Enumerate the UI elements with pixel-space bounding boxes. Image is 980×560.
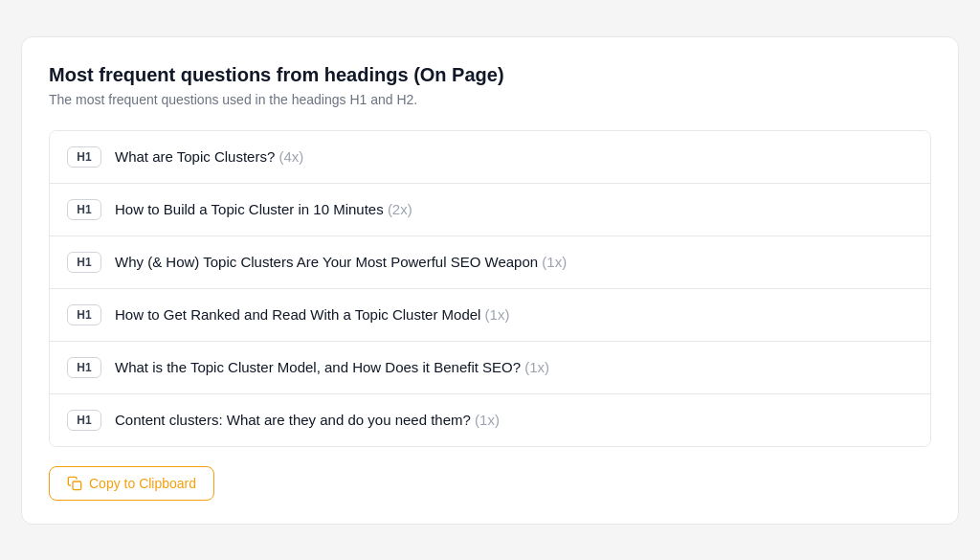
question-count: (4x) xyxy=(278,148,303,165)
svg-rect-0 xyxy=(73,482,81,490)
questions-list: H1What are Topic Clusters? (4x)H1How to … xyxy=(49,130,931,447)
card-title: Most frequent questions from headings (O… xyxy=(49,64,931,86)
question-item: H1How to Get Ranked and Read With a Topi… xyxy=(50,289,930,342)
copy-button-label: Copy to Clipboard xyxy=(89,476,196,491)
question-text: How to Get Ranked and Read With a Topic … xyxy=(115,306,509,323)
question-text: What is the Topic Cluster Model, and How… xyxy=(115,359,549,375)
question-count: (1x) xyxy=(524,359,549,375)
question-text: What are Topic Clusters? (4x) xyxy=(115,148,303,165)
question-count: (2x) xyxy=(388,201,412,217)
heading-tag-badge: H1 xyxy=(67,199,101,220)
question-count: (1x) xyxy=(542,254,567,270)
question-count: (1x) xyxy=(475,412,500,428)
main-card: Most frequent questions from headings (O… xyxy=(21,36,959,525)
heading-tag-badge: H1 xyxy=(67,146,101,168)
question-item: H1Content clusters: What are they and do… xyxy=(50,394,930,446)
question-item: H1What are Topic Clusters? (4x) xyxy=(50,131,930,184)
copy-icon xyxy=(67,476,82,491)
copy-to-clipboard-button[interactable]: Copy to Clipboard xyxy=(49,466,214,501)
question-item: H1Why (& How) Topic Clusters Are Your Mo… xyxy=(50,236,930,289)
question-text: Why (& How) Topic Clusters Are Your Most… xyxy=(115,254,567,270)
heading-tag-badge: H1 xyxy=(67,252,101,273)
heading-tag-badge: H1 xyxy=(67,304,101,325)
question-item: H1How to Build a Topic Cluster in 10 Min… xyxy=(50,184,930,236)
question-count: (1x) xyxy=(485,306,510,323)
question-text: How to Build a Topic Cluster in 10 Minut… xyxy=(115,201,412,217)
card-subtitle: The most frequent questions used in the … xyxy=(49,92,931,107)
question-item: H1What is the Topic Cluster Model, and H… xyxy=(50,342,930,394)
heading-tag-badge: H1 xyxy=(67,357,101,378)
question-text: Content clusters: What are they and do y… xyxy=(115,412,500,428)
heading-tag-badge: H1 xyxy=(67,410,101,431)
